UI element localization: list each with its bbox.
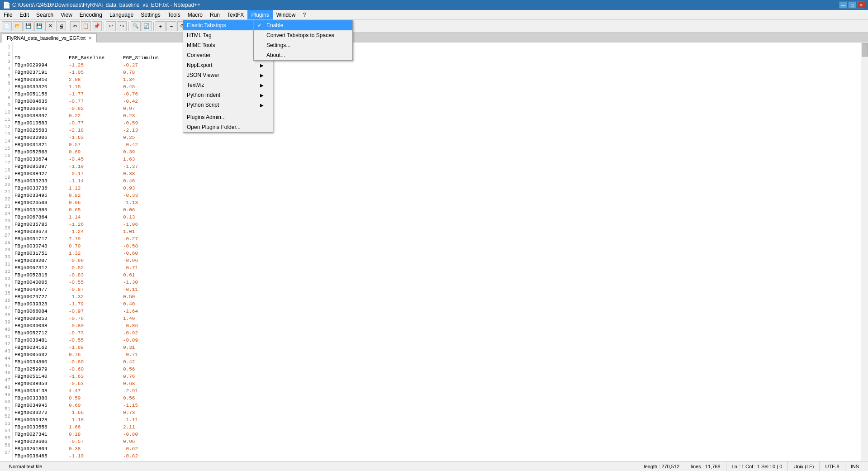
line-number: 43	[0, 347, 12, 355]
cell-egf-stimulus: -0.82	[123, 452, 177, 460]
maximize-button[interactable]: □	[848, 1, 856, 9]
toolbar-cut[interactable]: ✂	[70, 21, 80, 31]
cell-egf-stimulus: 1.49	[123, 315, 177, 322]
toolbar-save-all[interactable]: 💾	[34, 21, 44, 31]
toolbar-save[interactable]: 💾	[24, 21, 33, 31]
toolbar-open[interactable]: 📂	[13, 21, 23, 31]
table-row: FBgn0259979-0.600.56	[14, 366, 859, 373]
table-row: FBgn0038959-0.630.68	[14, 380, 859, 387]
elastic-settings[interactable]: Settings...	[254, 40, 352, 50]
cell-egf-stimulus: -0.92	[123, 329, 177, 337]
line-number: 35	[0, 290, 12, 297]
cell-id: FBgn0050428	[14, 416, 69, 423]
cell-egf-stimulus: 0.42	[123, 358, 177, 366]
line-number: 28	[0, 239, 12, 246]
scrollbar-thumb[interactable]	[862, 43, 868, 57]
plugins-python-script[interactable]: Python Script ▶	[183, 100, 273, 110]
plugins-textviz[interactable]: TextViz ▶	[183, 80, 273, 90]
line-number: 4	[0, 65, 12, 72]
table-row: FBgn0033233-1.140.46	[14, 177, 859, 185]
plugins-json-viewer[interactable]: JSON Viewer ▶	[183, 70, 273, 80]
editor-content[interactable]: IDEGF_BaselineEGF_StimulusFBgn0029994-1.…	[13, 43, 861, 461]
menu-macro[interactable]: Macro	[184, 10, 206, 19]
line-number: 36	[0, 297, 12, 304]
cell-egf-baseline: 0.59	[69, 395, 123, 402]
cell-egf-stimulus: 0.56	[123, 395, 177, 402]
toolbar-paste[interactable]: 📌	[92, 21, 102, 31]
line-number: 26	[0, 224, 12, 232]
cell-id: FBgn0033233	[14, 177, 69, 185]
menu-view[interactable]: View	[57, 10, 76, 19]
menu-search[interactable]: Search	[33, 10, 57, 19]
line-number: 15	[0, 145, 12, 152]
table-row: FBgn00383970.220.23	[14, 112, 859, 119]
menu-settings[interactable]: Settings	[137, 10, 164, 19]
table-row: FBgn00333880.590.56	[14, 395, 859, 402]
cell-egf-baseline: -0.45	[69, 156, 123, 163]
window-close-button[interactable]: ✕	[857, 1, 865, 9]
status-length: length : 270,512	[638, 461, 685, 471]
cell-egf-stimulus: -1.11	[123, 416, 177, 423]
cell-id: FBgn0030748	[14, 243, 69, 250]
title-bar-controls: — □ ✕	[839, 1, 865, 9]
plugins-admin[interactable]: Plugins Admin...	[183, 112, 273, 122]
elastic-convert[interactable]: Convert Tabstops to Spaces	[254, 30, 352, 40]
menu-encoding[interactable]: Encoding	[76, 10, 106, 19]
table-row: FBgn00205030.06-1.13	[14, 199, 859, 206]
toolbar-close[interactable]: ✕	[45, 21, 55, 31]
cell-id: FBgn0034860	[14, 358, 69, 366]
plugins-open-folder[interactable]: Open Plugins Folder...	[183, 122, 273, 132]
toolbar-find[interactable]: 🔍	[131, 21, 141, 31]
plugins-python-indent[interactable]: Python Indent ▶	[183, 90, 273, 100]
menu-language[interactable]: Language	[106, 10, 137, 19]
cell-egf-baseline: -1.68	[69, 344, 123, 351]
cell-egf-baseline: 0.22	[69, 112, 123, 119]
cell-id: FBgn0052712	[14, 329, 69, 337]
toolbar-zoom-in[interactable]: +	[156, 21, 166, 31]
menu-file[interactable]: File	[0, 10, 16, 19]
table-row: FBgn0034860-0.800.42	[14, 358, 859, 366]
toolbar-zoom-out[interactable]: −	[166, 21, 176, 31]
editor-tab[interactable]: FlyRNAi_data_baseline_vs_EGF.txt ✕	[2, 33, 97, 43]
cell-egf-baseline: -1.19	[69, 163, 123, 170]
nppexport-arrow-icon: ▶	[260, 63, 264, 68]
line-number: 8	[0, 94, 12, 101]
line-number: 34	[0, 282, 12, 290]
minimize-button[interactable]: —	[839, 1, 847, 9]
toolbar-redo[interactable]: ↪	[117, 21, 127, 31]
menu-plugins[interactable]: Plugins	[247, 10, 272, 19]
cell-id: FBgn0029606	[14, 438, 69, 445]
line-number: 20	[0, 181, 12, 188]
vertical-scrollbar[interactable]	[861, 43, 868, 461]
cell-id: FBgn0027341	[14, 431, 69, 438]
line-number: 11	[0, 116, 12, 123]
cell-egf-stimulus: 0.61	[123, 271, 177, 279]
toolbar-undo[interactable]: ↩	[106, 21, 116, 31]
tab-close-button[interactable]: ✕	[88, 36, 92, 41]
menu-tools[interactable]: Tools	[164, 10, 184, 19]
toolbar-copy[interactable]: 📋	[81, 21, 91, 31]
menu-edit[interactable]: Edit	[16, 10, 33, 19]
line-number: 56	[0, 442, 12, 449]
cell-egf-baseline: -0.80	[69, 358, 123, 366]
line-number: 42	[0, 340, 12, 347]
cell-id: FBgn0000053	[14, 315, 69, 322]
menu-window[interactable]: Window	[273, 10, 299, 19]
line-number: 46	[0, 369, 12, 376]
menu-run[interactable]: Run	[206, 10, 223, 19]
line-number: 30	[0, 253, 12, 261]
toolbar-replace[interactable]: 🔄	[142, 21, 152, 31]
plugins-nppexport[interactable]: NppExport ▶	[183, 60, 273, 70]
toolbar-new[interactable]: 📄	[2, 21, 12, 31]
cell-egf-baseline: EGF_Baseline	[69, 54, 123, 62]
cell-id: FBgn0033556	[14, 423, 69, 431]
menu-help[interactable]: ?	[299, 10, 309, 19]
toolbar-print[interactable]: 🖨	[56, 21, 66, 31]
cell-id: FBgn0029727	[14, 293, 69, 300]
cell-egf-stimulus: -1.30	[123, 279, 177, 286]
table-row: FBgn0051156-1.77-0.76	[14, 90, 859, 98]
menu-textfx[interactable]: TextFX	[223, 10, 247, 19]
elastic-about[interactable]: About...	[254, 50, 352, 60]
cell-egf-baseline: 0.60	[69, 402, 123, 409]
elastic-enable[interactable]: ✓ Enable	[254, 20, 352, 30]
